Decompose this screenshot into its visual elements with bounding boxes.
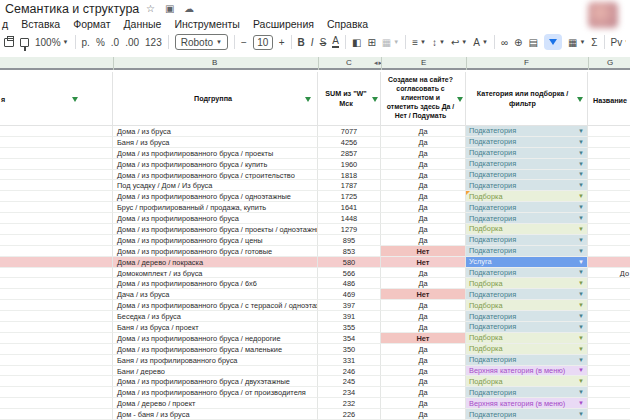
chevron-down-icon[interactable]: ▼ (578, 269, 584, 275)
cell-create-on-site[interactable]: Нет (381, 257, 466, 268)
cell-group[interactable] (0, 159, 113, 170)
cell-name[interactable] (588, 235, 630, 246)
filter-views-button[interactable]: ▦▼ (568, 37, 585, 48)
column-header-f[interactable]: F (524, 58, 529, 67)
cell-name[interactable] (588, 148, 630, 159)
chevron-down-icon[interactable]: ▼ (578, 226, 584, 232)
cell-subgroup[interactable]: Дома / из профилированного бруса / одноэ… (113, 191, 318, 202)
category-dropdown[interactable]: Подборка▼ (466, 300, 587, 310)
font-select[interactable]: Roboto▼ (175, 34, 228, 50)
font-size-input[interactable]: 10 (253, 35, 273, 50)
cell-name[interactable] (588, 246, 630, 257)
cell-group[interactable] (0, 126, 113, 137)
filter-funnel-icon[interactable] (372, 97, 378, 102)
cell-category[interactable]: Подкатегория▼ (466, 148, 588, 159)
chevron-down-icon[interactable]: ▼ (578, 335, 584, 341)
cell-sum[interactable]: 234 (318, 387, 381, 398)
cell-group[interactable] (0, 355, 113, 366)
cell-create-on-site[interactable]: Да (381, 224, 466, 235)
cell-category[interactable]: Подборка▼ (466, 344, 588, 355)
category-dropdown[interactable]: Подкатегория▼ (466, 148, 587, 158)
chevron-down-icon[interactable]: ▼ (578, 389, 584, 395)
cell-subgroup[interactable]: Дома / из профилированного бруса / готов… (113, 246, 318, 257)
chevron-down-icon[interactable]: ▼ (578, 204, 584, 210)
cell-group[interactable] (0, 268, 113, 279)
chevron-down-icon[interactable]: ▼ (578, 215, 584, 221)
chevron-down-icon[interactable]: ▼ (578, 313, 584, 319)
cell-subgroup[interactable]: Баня / из бруса (113, 137, 318, 148)
cell-group[interactable] (0, 235, 113, 246)
chevron-down-icon[interactable]: ▼ (578, 280, 584, 286)
cell-sum[interactable]: 1641 (318, 202, 381, 213)
cell-name[interactable] (588, 289, 630, 300)
cell-subgroup[interactable]: Дома / из профилированного бруса / мален… (113, 344, 318, 355)
cell-category[interactable]: Верхняя категория (в меню)▼ (466, 366, 588, 377)
cell-group[interactable] (0, 191, 113, 202)
category-dropdown[interactable]: Подкатегория▼ (466, 387, 587, 397)
cell-sum[interactable]: 355 (318, 322, 381, 333)
chevron-down-icon[interactable]: ▼ (578, 128, 584, 134)
cell-name[interactable] (588, 170, 630, 181)
chevron-down-icon[interactable]: ▼ (578, 367, 584, 373)
cell-sum[interactable]: 566 (318, 268, 381, 279)
category-dropdown[interactable]: Подкатегория▼ (466, 126, 587, 136)
cell-name[interactable] (588, 126, 630, 137)
cell-category[interactable]: Подкатегория▼ (466, 170, 588, 181)
cell-group[interactable] (0, 366, 113, 377)
filter-funnel-icon[interactable] (72, 97, 78, 102)
chevron-down-icon[interactable]: ▼ (578, 248, 584, 254)
decrease-font-button[interactable]: − (241, 37, 247, 48)
cell-name[interactable] (588, 355, 630, 366)
cell-sum[interactable]: 4256 (318, 137, 381, 148)
cell-group[interactable] (0, 311, 113, 322)
cell-subgroup[interactable]: Дача / из бруса (113, 289, 318, 300)
menu-insert[interactable]: Вставка (21, 18, 60, 30)
cell-create-on-site[interactable]: Да (381, 191, 466, 202)
category-dropdown[interactable]: Подкатегория▼ (466, 170, 587, 180)
cell-name[interactable] (588, 387, 630, 398)
cell-create-on-site[interactable]: Да (381, 300, 466, 311)
chevron-down-icon[interactable]: ▼ (578, 346, 584, 352)
cell-name[interactable] (588, 376, 630, 387)
cell-sum[interactable]: 1279 (318, 224, 381, 235)
cell-subgroup[interactable]: Дома / из профилированного бруса / с тер… (113, 300, 318, 311)
cell-group[interactable] (0, 170, 113, 181)
cell-group[interactable] (0, 137, 113, 148)
filter-funnel-icon[interactable] (305, 97, 311, 102)
insert-comment-button[interactable]: ⊕ (514, 37, 522, 48)
category-dropdown[interactable]: Подкатегория▼ (466, 268, 587, 278)
cell-subgroup[interactable]: Под усадку / Дом / Из бруса (113, 180, 318, 191)
cell-group[interactable] (0, 180, 113, 191)
category-dropdown[interactable]: Подкатегория▼ (466, 355, 587, 365)
cell-category[interactable]: Подкатегория▼ (466, 180, 588, 191)
cell-category[interactable]: Подкатегория▼ (466, 409, 588, 420)
cell-category[interactable]: Услуга▼ (466, 257, 588, 268)
cell-sum[interactable]: 331 (318, 355, 381, 366)
cell-name[interactable] (588, 398, 630, 409)
cell-sum[interactable]: 7077 (318, 126, 381, 137)
category-dropdown[interactable]: Подборка▼ (466, 376, 587, 386)
cell-subgroup[interactable]: Дома / из бруса (113, 126, 318, 137)
cell-create-on-site[interactable]: Да (381, 202, 466, 213)
cell-group[interactable] (0, 344, 113, 355)
cell-group[interactable] (0, 213, 113, 224)
chevron-down-icon[interactable]: ▼ (578, 150, 584, 156)
cell-subgroup[interactable]: Беседка / из бруса (113, 311, 318, 322)
cell-name[interactable] (588, 137, 630, 148)
chevron-down-icon[interactable]: ▼ (578, 291, 584, 297)
cell-subgroup[interactable]: Дома / дерево / проект (113, 398, 318, 409)
filter-funnel-icon[interactable] (457, 97, 463, 102)
cell-category[interactable]: Подборка▼ (466, 300, 588, 311)
cell-create-on-site[interactable]: Да (381, 148, 466, 159)
cell-sum[interactable]: 246 (318, 366, 381, 377)
chevron-down-icon[interactable]: ▼ (578, 171, 584, 177)
cell-subgroup[interactable]: Баня / из бруса / проект (113, 322, 318, 333)
paint-format-button[interactable] (20, 38, 29, 47)
insert-chart-button[interactable]: ▤ (528, 37, 537, 48)
column-header-e[interactable]: E (421, 58, 426, 67)
category-dropdown[interactable]: Подкатегория▼ (466, 246, 587, 256)
cell-group[interactable] (0, 278, 113, 289)
cell-subgroup[interactable]: Дома / из профилированного бруса / от пр… (113, 387, 318, 398)
cell-name[interactable] (588, 409, 630, 420)
cell-subgroup[interactable]: Дома / из профилированного бруса / недор… (113, 333, 318, 344)
